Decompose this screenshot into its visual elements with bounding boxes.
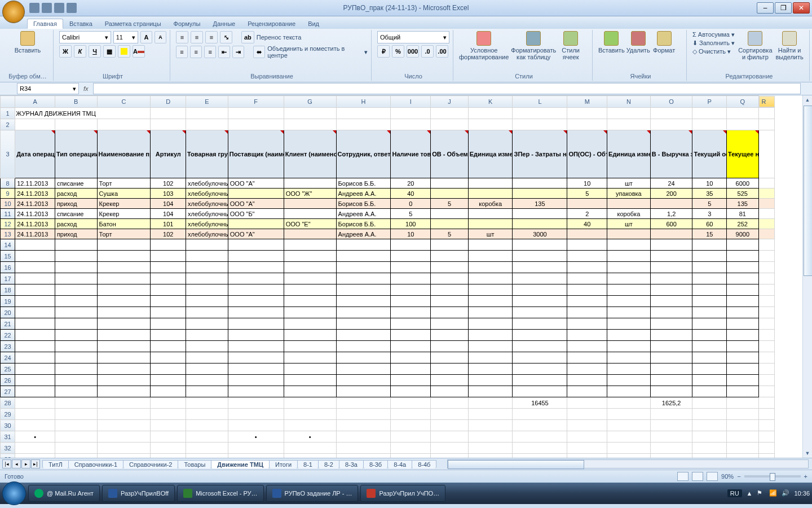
- ribbon-tab-3[interactable]: Формулы: [167, 19, 207, 29]
- volume-icon[interactable]: 🔊: [782, 489, 789, 497]
- sheet-tab[interactable]: 8-3б: [363, 460, 388, 468]
- ribbon-tab-4[interactable]: Данные: [206, 19, 241, 29]
- table-row[interactable]: 19: [1, 296, 775, 307]
- table-row[interactable]: 17: [1, 273, 775, 284]
- borders-button[interactable]: ▦: [103, 45, 116, 58]
- sheet-tab[interactable]: 8-4а: [387, 460, 412, 468]
- table-row[interactable]: 1224.11.2013расходБатон101хлебобулочные …: [1, 219, 775, 229]
- close-button[interactable]: ✕: [793, 2, 810, 14]
- minimize-button[interactable]: –: [757, 2, 774, 14]
- table-row[interactable]: 33: [1, 454, 775, 458]
- number-format-select[interactable]: Общий▾: [377, 31, 449, 43]
- zoom-slider[interactable]: [744, 475, 801, 478]
- align-top-icon[interactable]: ≡: [176, 31, 188, 43]
- delete-cells-button[interactable]: Удалить: [626, 31, 651, 54]
- table-row[interactable]: 16: [1, 262, 775, 273]
- fx-icon[interactable]: fx: [83, 85, 89, 92]
- increase-indent-icon[interactable]: ⇥: [232, 46, 244, 58]
- ribbon-tab-6[interactable]: Вид: [302, 19, 325, 29]
- table-row[interactable]: 31•••: [1, 431, 775, 443]
- increase-font-icon[interactable]: A: [140, 31, 152, 43]
- table-row[interactable]: 25: [1, 364, 775, 375]
- col-header-F[interactable]: F: [228, 96, 284, 108]
- normal-view-icon[interactable]: [677, 472, 689, 481]
- zoom-out-button[interactable]: −: [737, 473, 740, 480]
- table-row[interactable]: 29: [1, 409, 775, 420]
- maximize-button[interactable]: ❐: [775, 2, 792, 14]
- font-name-select[interactable]: Calibri▾: [59, 31, 111, 43]
- bold-button[interactable]: Ж: [59, 45, 72, 58]
- table-row[interactable]: 1324.11.2013приходТорт102хлебобулочныеОО…: [1, 229, 775, 239]
- col-header-G[interactable]: G: [284, 96, 336, 108]
- col-header-P[interactable]: P: [692, 96, 727, 108]
- sheet-tab[interactable]: Справочники-1: [68, 460, 123, 468]
- merge-center-icon[interactable]: ⬌: [253, 46, 265, 58]
- sheet-nav-prev[interactable]: ◂: [12, 459, 21, 468]
- sheet-tab[interactable]: Движение ТМЦ: [211, 460, 270, 468]
- horizontal-scrollbar[interactable]: [447, 459, 809, 468]
- align-left-icon[interactable]: ≡: [176, 46, 188, 58]
- col-header-O[interactable]: O: [650, 96, 692, 108]
- language-indicator[interactable]: RU: [727, 489, 742, 497]
- align-right-icon[interactable]: ≡: [204, 46, 216, 58]
- flag-icon[interactable]: ⚑: [757, 489, 765, 497]
- page-break-view-icon[interactable]: [707, 472, 718, 481]
- format-cells-button[interactable]: Формат: [652, 31, 677, 54]
- table-row[interactable]: 924.11.2013расходСушка103хлебобулочные и…: [1, 189, 775, 199]
- sheet-tab[interactable]: Справочники-2: [123, 460, 178, 468]
- sheet-nav-first[interactable]: |◂: [2, 459, 11, 468]
- col-header-N[interactable]: N: [607, 96, 651, 108]
- clear-button[interactable]: ◇ Очистить ▾: [692, 48, 735, 55]
- col-header-M[interactable]: M: [567, 96, 607, 108]
- align-bottom-icon[interactable]: ≡: [205, 31, 218, 43]
- vertical-scrollbar[interactable]: ▲▼: [802, 95, 812, 458]
- wrap-text-icon[interactable]: ab: [241, 31, 254, 43]
- sheet-nav-next[interactable]: ▸: [21, 459, 30, 468]
- paste-button[interactable]: Вставить: [6, 31, 50, 54]
- col-header-E[interactable]: E: [186, 96, 228, 108]
- formula-input[interactable]: [93, 83, 801, 94]
- sheet-tab[interactable]: 8-1: [297, 460, 319, 468]
- taskbar-item[interactable]: @ Mail.Ru Агент: [28, 485, 100, 502]
- fill-button[interactable]: ⬇ Заполнить ▾: [692, 40, 735, 47]
- col-header-I[interactable]: I: [391, 96, 431, 108]
- table-row[interactable]: 28164551625,2: [1, 397, 775, 409]
- table-row[interactable]: 1124.11.2013списаниеКрекер104хлебобулочн…: [1, 209, 775, 219]
- fill-color-button[interactable]: [118, 45, 130, 58]
- col-header-Q[interactable]: Q: [727, 96, 759, 108]
- sheet-tab[interactable]: ТитЛ: [42, 460, 69, 468]
- table-row[interactable]: 27: [1, 386, 775, 397]
- sheet-tab[interactable]: 8-2: [318, 460, 339, 468]
- comma-format-icon[interactable]: 000: [407, 45, 419, 58]
- table-row[interactable]: 24: [1, 352, 775, 364]
- autosum-button[interactable]: Σ Автосумма ▾: [692, 31, 735, 38]
- ribbon-tab-2[interactable]: Разметка страницы: [99, 19, 167, 29]
- taskbar-item[interactable]: РУПвО задание ЛР - …: [266, 485, 359, 502]
- name-box[interactable]: R34▾: [17, 83, 79, 94]
- insert-cells-button[interactable]: Вставить: [598, 31, 625, 54]
- table-row[interactable]: 20: [1, 307, 775, 318]
- sheet-tab[interactable]: 8-4б: [412, 460, 436, 468]
- col-header-B[interactable]: B: [55, 96, 97, 108]
- office-button[interactable]: [2, 1, 25, 23]
- underline-button[interactable]: Ч: [89, 45, 101, 58]
- page-layout-view-icon[interactable]: [692, 472, 703, 481]
- decrease-indent-icon[interactable]: ⇤: [218, 46, 230, 58]
- decrease-decimal-icon[interactable]: .00: [436, 45, 448, 58]
- table-row[interactable]: 26: [1, 375, 775, 386]
- table-row[interactable]: 22: [1, 330, 775, 341]
- table-row[interactable]: 14: [1, 239, 775, 251]
- col-header-H[interactable]: H: [336, 96, 391, 108]
- sort-filter-button[interactable]: Сортировка и фильтр: [738, 31, 772, 60]
- sheet-tab[interactable]: Итоги: [269, 460, 298, 468]
- col-header-J[interactable]: J: [431, 96, 469, 108]
- col-header-C[interactable]: C: [97, 96, 151, 108]
- sheet-nav-last[interactable]: ▸|: [31, 459, 40, 468]
- ribbon-tab-5[interactable]: Рецензирование: [241, 19, 302, 29]
- conditional-format-button[interactable]: Условное форматирование: [459, 31, 509, 60]
- cell-styles-button[interactable]: Стили ячеек: [558, 31, 583, 60]
- table-row[interactable]: 23: [1, 341, 775, 352]
- table-row[interactable]: 1024.11.2013приходКрекер104хлебобулочные…: [1, 199, 775, 209]
- align-middle-icon[interactable]: ≡: [191, 31, 203, 43]
- orientation-icon[interactable]: ⤡: [220, 31, 232, 43]
